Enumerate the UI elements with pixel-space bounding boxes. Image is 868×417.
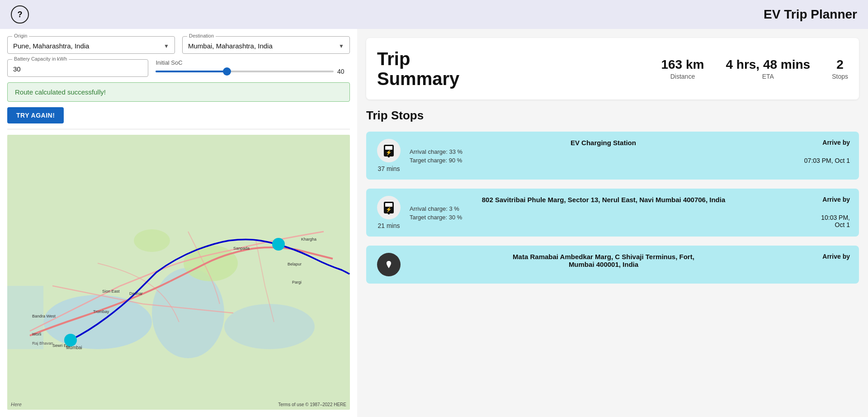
svg-point-2 (152, 268, 224, 358)
stop-1-info: EV Charging Station Arrival charge: 33 %… (410, 139, 797, 164)
stop-2-target-charge: Target charge: 30 % (410, 214, 797, 221)
soc-label: Initial SoC (156, 59, 350, 66)
trip-summary-card: TripSummary 163 km Distance 4 hrs, 48 mi… (366, 38, 859, 100)
stop-1-arrive-time: 07:03 PM, Oct 1 (804, 157, 850, 164)
soc-value: 40 (337, 68, 350, 75)
help-button[interactable]: ? (11, 5, 29, 24)
svg-text:Deonar: Deonar (129, 291, 143, 296)
svg-text:Sanpada: Sanpada (233, 246, 250, 251)
eta-value: 4 hrs, 48 mins (726, 57, 810, 72)
svg-text:Sion East: Sion East (102, 289, 120, 294)
svg-text:Pargi: Pargi (292, 280, 302, 284)
svg-text:Bandra West: Bandra West (32, 314, 56, 318)
svg-rect-26 (385, 203, 392, 207)
stop-3-arrive: Arrive by (805, 253, 850, 260)
svg-text:Belapur: Belapur (288, 262, 302, 266)
try-again-button[interactable]: TRY AGAIN! (7, 107, 64, 123)
stop-2-arrive-time: 10:03 PM,Oct 1 (821, 214, 850, 228)
trip-stops-title: Trip Stops (366, 109, 859, 123)
success-message: Route calculated successfully! (7, 82, 350, 102)
stop-card-2: ⚡ 21 mins 802 Savitribai Phule Marg, Sec… (366, 189, 859, 237)
stop-1-target-charge: Target charge: 90 % (410, 157, 797, 164)
svg-text:Worli: Worli (32, 332, 41, 336)
app-title: EV Trip Planner (764, 7, 857, 22)
stop-card-3: Mata Ramabai Ambedkar Marg, C Shivaji Te… (366, 246, 859, 284)
stop-3-info: Mata Ramabai Ambedkar Marg, C Shivaji Te… (410, 253, 797, 268)
stop-icon-col-3 (375, 253, 402, 276)
svg-point-20 (64, 334, 77, 346)
trip-stat-stops: 2 Stops (832, 57, 848, 80)
stop-2-duration: 21 mins (377, 222, 400, 229)
map-container: Bandra West Sion East Deonar Trombay Wor… (7, 135, 350, 410)
location-row: Origin Pune, Maharashtra, India ▼ Destin… (7, 36, 350, 54)
stop-icon-2: ⚡ (377, 196, 401, 219)
stop-1-name: EV Charging Station (410, 139, 797, 147)
stop-1-arrive-label: Arrive by (822, 139, 850, 146)
svg-rect-24 (388, 156, 390, 157)
origin-select[interactable]: Origin Pune, Maharashtra, India ▼ (7, 36, 175, 54)
map-here-logo: Here (11, 402, 22, 407)
stop-2-arrive-label: Arrive by (822, 196, 850, 203)
soc-section: Initial SoC 40 (156, 59, 350, 77)
distance-label: Distance (670, 73, 695, 80)
left-panel: Origin Pune, Maharashtra, India ▼ Destin… (0, 29, 357, 417)
stop-2-info: 802 Savitribai Phule Marg, Sector 13, Ne… (410, 196, 797, 221)
distance-value: 163 km (661, 57, 704, 72)
stops-label: Stops (832, 73, 848, 80)
battery-value: 30 (13, 62, 142, 73)
destination-label: Destination (187, 33, 216, 38)
trip-summary-title: TripSummary (377, 49, 459, 89)
stop-card-1: ⚡ 37 mins EV Charging Station Arrival ch… (366, 132, 859, 180)
destination-arrow-icon: ▼ (339, 43, 344, 49)
right-panel: TripSummary 163 km Distance 4 hrs, 48 mi… (357, 29, 868, 417)
soc-slider[interactable] (156, 71, 334, 72)
battery-input[interactable]: Battery Capacity in kWh 30 (7, 59, 148, 77)
battery-soc-row: Battery Capacity in kWh 30 Initial SoC 4… (7, 59, 350, 77)
origin-arrow-icon: ▼ (164, 43, 169, 49)
svg-point-6 (134, 229, 170, 252)
soc-slider-thumb[interactable] (223, 67, 231, 76)
destination-select[interactable]: Destination Mumbai, Maharashtra, India ▼ (182, 36, 350, 54)
stop-1-duration: 37 mins (377, 165, 400, 172)
stop-1-arrival-charge: Arrival charge: 33 % (410, 148, 797, 155)
svg-text:Khargha: Khargha (301, 237, 316, 242)
divider (7, 129, 350, 129)
stop-icon-col-2: ⚡ 21 mins (375, 196, 402, 229)
origin-value: Pune, Maharashtra, India (13, 42, 89, 50)
help-icon: ? (18, 10, 23, 19)
stop-1-arrive: Arrive by 07:03 PM, Oct 1 (804, 139, 850, 164)
stop-icon-1: ⚡ (377, 139, 401, 162)
stop-icon-col-1: ⚡ 37 mins (375, 139, 402, 172)
dest-icon (377, 253, 401, 276)
trip-stat-distance: 163 km Distance (661, 57, 704, 80)
svg-text:Trombay: Trombay (93, 309, 109, 314)
svg-rect-28 (388, 213, 390, 214)
header: ? EV Trip Planner (0, 0, 868, 29)
svg-text:⚡: ⚡ (386, 149, 392, 156)
svg-rect-22 (385, 146, 392, 150)
main-layout: Origin Pune, Maharashtra, India ▼ Destin… (0, 29, 868, 417)
trip-stats: 163 km Distance 4 hrs, 48 mins ETA 2 Sto… (470, 57, 848, 80)
soc-slider-fill (156, 71, 226, 72)
svg-text:Raj Bhavan: Raj Bhavan (32, 341, 53, 346)
destination-value: Mumbai, Maharashtra, India (188, 42, 273, 50)
stops-value: 2 (836, 57, 844, 72)
stop-2-name: 802 Savitribai Phule Marg, Sector 13, Ne… (410, 196, 797, 204)
svg-text:⚡: ⚡ (386, 206, 392, 213)
svg-point-3 (224, 304, 315, 349)
svg-point-19 (272, 238, 285, 251)
map-svg: Bandra West Sion East Deonar Trombay Wor… (7, 135, 350, 410)
stop-3-name: Mata Ramabai Ambedkar Marg, C Shivaji Te… (410, 253, 797, 268)
stop-2-arrive: Arrive by 10:03 PM,Oct 1 (805, 196, 850, 228)
map-attribution: Terms of use © 1987–2022 HERE (278, 402, 346, 407)
battery-label: Battery Capacity in kWh (12, 56, 69, 62)
origin-label: Origin (12, 33, 29, 38)
stop-3-arrive-label: Arrive by (822, 253, 850, 260)
trip-stat-eta: 4 hrs, 48 mins ETA (726, 57, 810, 80)
stop-2-arrival-charge: Arrival charge: 3 % (410, 205, 797, 212)
eta-label: ETA (762, 73, 774, 80)
